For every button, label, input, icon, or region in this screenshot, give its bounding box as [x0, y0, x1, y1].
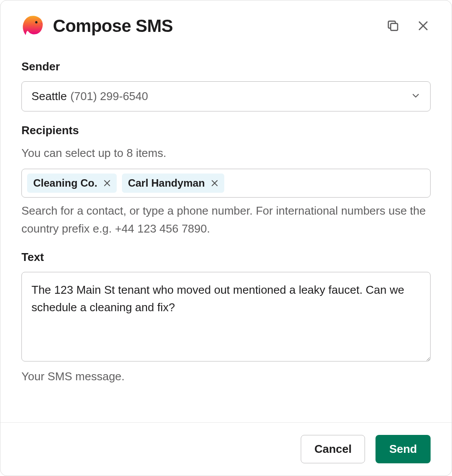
modal-footer: Cancel Send: [0, 422, 452, 476]
app-logo-icon: [21, 14, 44, 37]
sender-field: Sender Seattle (701) 299-6540: [21, 60, 431, 111]
modal-body: Sender Seattle (701) 299-6540 Recipients…: [0, 48, 452, 422]
sender-select-wrap: Seattle (701) 299-6540: [21, 81, 431, 111]
sender-selected-number: (701) 299-6540: [70, 90, 148, 103]
cancel-button[interactable]: Cancel: [301, 435, 365, 463]
text-field: Text Your SMS message.: [21, 250, 431, 386]
remove-recipient-icon[interactable]: [102, 178, 112, 188]
close-icon[interactable]: [416, 18, 431, 33]
send-button[interactable]: Send: [376, 435, 431, 463]
recipients-help: Search for a contact, or type a phone nu…: [21, 202, 431, 238]
header-actions: [385, 18, 431, 34]
recipient-chip: Carl Handyman: [122, 174, 224, 193]
recipients-label: Recipients: [21, 124, 431, 137]
compose-sms-modal: Compose SMS Sender Seattle: [0, 0, 452, 476]
modal-header: Compose SMS: [0, 0, 452, 48]
sender-label: Sender: [21, 60, 431, 73]
svg-rect-1: [391, 24, 398, 31]
recipients-field: Recipients You can select up to 8 items.…: [21, 124, 431, 238]
modal-title: Compose SMS: [53, 16, 376, 36]
recipient-chip-label: Carl Handyman: [128, 177, 205, 189]
recipients-limit-hint: You can select up to 8 items.: [21, 145, 431, 162]
message-textarea[interactable]: [21, 272, 431, 361]
recipients-input[interactable]: Cleaning Co. Carl Handyman: [21, 169, 431, 198]
sender-selected-name: Seattle: [31, 90, 67, 103]
remove-recipient-icon[interactable]: [209, 178, 220, 188]
recipient-chip: Cleaning Co.: [27, 174, 117, 193]
recipient-chip-label: Cleaning Co.: [33, 177, 97, 189]
copy-icon[interactable]: [385, 18, 401, 34]
text-help: Your SMS message.: [21, 368, 431, 386]
svg-point-0: [35, 21, 38, 23]
text-label: Text: [21, 250, 431, 264]
sender-select[interactable]: Seattle (701) 299-6540: [21, 81, 431, 111]
